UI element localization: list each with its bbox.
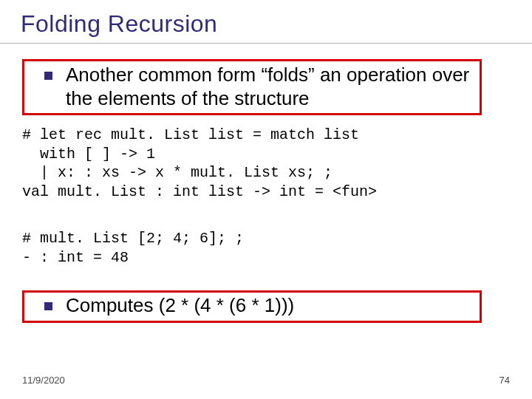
footer-page-number: 74 [499, 375, 510, 386]
bullet-item-2: Computes (2 * (4 * (6 * 1))) [44, 294, 480, 318]
bullet-square-icon [44, 72, 52, 80]
code-block-2: # mult. List [2; 4; 6]; ; - : int = 48 [22, 229, 244, 267]
slide-title: Folding Recursion [21, 10, 217, 38]
footer-date: 11/9/2020 [22, 375, 65, 386]
code-block-1: # let rec mult. List list = match list w… [22, 126, 377, 201]
bullet-text-1: Another common form “folds” an operation… [66, 64, 480, 110]
bullet-text-2: Computes (2 * (4 * (6 * 1))) [66, 294, 294, 318]
title-underline [0, 43, 532, 44]
bullet-square-icon [44, 302, 52, 310]
bullet-item-1: Another common form “folds” an operation… [44, 64, 480, 110]
slide: Folding Recursion Another common form “f… [0, 0, 532, 399]
